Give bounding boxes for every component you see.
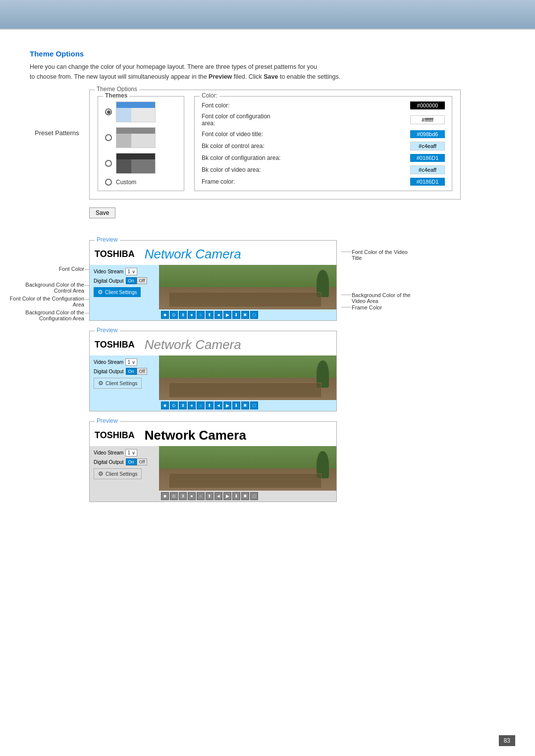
color-row-6: Frame color: #0186D1: [202, 178, 445, 186]
annot-bg-config: Background Color of theConfiguration Are…: [25, 309, 84, 321]
color-row-0: Font color: #000000: [202, 101, 445, 109]
on-btn-3[interactable]: On: [126, 458, 137, 465]
tb-icon-3-4[interactable]: ●: [188, 492, 196, 500]
main-container: Theme Options Here you can change the co…: [30, 50, 505, 502]
tb-icon-2[interactable]: ⊙: [170, 311, 178, 319]
color-row-4: Bk color of configuration area: #0186D1: [202, 154, 445, 162]
tb-icon-3-8[interactable]: ▶: [223, 492, 231, 500]
tb-icon-2-9[interactable]: ⬇: [232, 402, 240, 409]
color-swatch-0[interactable]: #000000: [410, 101, 445, 109]
tb-icon-9[interactable]: ⬇: [232, 311, 240, 319]
preview-title-3: Preview: [95, 417, 120, 424]
color-swatch-2[interactable]: #098bd6: [410, 130, 445, 138]
save-button[interactable]: Save: [89, 207, 115, 218]
desc-text-3: filed. Click: [232, 73, 264, 80]
annot-bg-video: Background Color of theVideo Area: [352, 292, 411, 304]
tb-icon-2-7[interactable]: ◄: [214, 402, 222, 409]
tb-icon-2-10[interactable]: ✖: [241, 402, 249, 409]
page-content: Theme Options Here you can change the co…: [0, 30, 535, 542]
preview-body-3: Video Stream 1 ∨ Digital Output On Off ⚙: [90, 446, 336, 502]
tb-icon-2-2[interactable]: ⊙: [170, 402, 178, 409]
desc-bold-2: Save: [264, 73, 278, 80]
theme-item-2[interactable]: [105, 127, 177, 148]
color-section-title: Color:: [200, 92, 219, 99]
tb-icon-2-4[interactable]: ●: [188, 402, 196, 409]
off-btn-3[interactable]: Off: [137, 458, 148, 465]
desc-bold-1: Preview: [209, 73, 232, 80]
theme-item-custom[interactable]: Custom: [105, 179, 177, 186]
tb-icon-3-2[interactable]: ⊙: [170, 492, 178, 500]
tb-icon-4[interactable]: ●: [188, 311, 196, 319]
color-swatch-3[interactable]: #c4eaff: [410, 142, 445, 151]
theme-item-1[interactable]: [105, 101, 177, 122]
color-swatch-5[interactable]: #c4eaff: [410, 165, 445, 174]
stream-select-2[interactable]: 1 ∨: [125, 358, 137, 366]
radio-theme-1[interactable]: [105, 108, 112, 115]
camera-image-1: [159, 265, 336, 309]
tb-icon-3[interactable]: ⏸: [179, 311, 187, 319]
stream-label-1: Video Stream: [94, 269, 123, 274]
client-settings-label-1: Client Settings: [105, 290, 137, 295]
output-label-2: Digital Output: [94, 369, 124, 374]
on-btn-2[interactable]: On: [126, 368, 137, 375]
client-settings-btn-1[interactable]: ⚙ Client Settings: [94, 287, 141, 297]
tb-icon-3-11[interactable]: □: [250, 492, 258, 500]
preview-panel-2: Preview TOSHIBA Network Camera Video Str…: [89, 331, 337, 411]
stream-select-3[interactable]: 1 ∨: [125, 449, 137, 456]
top-bar: [0, 0, 535, 30]
output-label-1: Digital Output: [94, 278, 124, 284]
camera-image-3: [159, 446, 336, 491]
tb-icon-5[interactable]: ○: [197, 311, 205, 319]
tb-icon-1[interactable]: ■: [161, 311, 169, 319]
themes-section-title: Themes: [103, 92, 129, 99]
tb-icon-10[interactable]: ✖: [241, 311, 249, 319]
theme-preview-2: [116, 127, 156, 148]
color-swatch-1[interactable]: #ffffff: [410, 115, 445, 124]
toshiba-logo-3: TOSHIBA: [95, 430, 135, 441]
tb-icon-3-7[interactable]: ◄: [214, 492, 222, 500]
preview-title-1: Preview: [95, 236, 120, 243]
tb-icon-11[interactable]: □: [250, 311, 258, 319]
tb-icon-3-10[interactable]: ✖: [241, 492, 249, 500]
tb-icon-3-3[interactable]: ⏸: [179, 492, 187, 500]
tb-icon-3-1[interactable]: ■: [161, 492, 169, 500]
off-btn-1[interactable]: Off: [137, 277, 148, 284]
tb-icon-7[interactable]: ◄: [214, 311, 222, 319]
client-settings-btn-2[interactable]: ⚙ Client Settings: [94, 378, 142, 389]
client-settings-btn-3[interactable]: ⚙ Client Settings: [94, 468, 142, 479]
tb-icon-3-9[interactable]: ⬇: [232, 492, 240, 500]
tb-icon-3-6[interactable]: ⬆: [206, 492, 214, 500]
tb-icon-6[interactable]: ⬆: [206, 311, 214, 319]
on-btn-1[interactable]: On: [126, 277, 137, 284]
control-row-stream-1: Video Stream 1 ∨: [94, 268, 155, 275]
on-off-1: On Off: [126, 277, 148, 284]
tb-icon-2-8[interactable]: ▶: [223, 402, 231, 409]
tb-icon-8[interactable]: ▶: [223, 311, 231, 319]
theme-preview-1: [116, 101, 156, 122]
color-label-1: Font color of configurationarea:: [202, 113, 406, 127]
preview-header-1: TOSHIBA Network Camera: [90, 244, 336, 265]
color-swatch-6[interactable]: #0186D1: [410, 178, 445, 186]
img-content-1: [159, 265, 336, 309]
stream-select-1[interactable]: 1 ∨: [125, 268, 137, 275]
color-label-4: Bk color of configuration area:: [202, 154, 406, 161]
radio-theme-3[interactable]: [105, 160, 112, 167]
tb-icon-2-6[interactable]: ⬆: [206, 402, 214, 409]
color-swatch-4[interactable]: #0186D1: [410, 154, 445, 162]
off-btn-2[interactable]: Off: [137, 368, 148, 375]
tb-icon-2-3[interactable]: ⏸: [179, 402, 187, 409]
color-label-6: Frame color:: [202, 178, 406, 185]
annot-frame-color: Frame Color: [352, 304, 382, 310]
tb-icon-3-5[interactable]: ○: [197, 492, 205, 500]
tb-icon-2-1[interactable]: ■: [161, 402, 169, 409]
preview-section-1: Font Color Background Color of theContro…: [89, 240, 337, 321]
color-row-2: Font color of video title: #098bd6: [202, 130, 445, 138]
preview-title-2: Preview: [95, 327, 120, 334]
theme-item-3[interactable]: [105, 153, 177, 174]
desc-text-1: Here you can change the color of your ho…: [30, 63, 317, 70]
radio-theme-custom[interactable]: [105, 179, 112, 186]
tb-icon-2-5[interactable]: ○: [197, 402, 205, 409]
on-off-2: On Off: [126, 368, 148, 375]
tb-icon-2-11[interactable]: □: [250, 402, 258, 409]
radio-theme-2[interactable]: [105, 134, 112, 141]
